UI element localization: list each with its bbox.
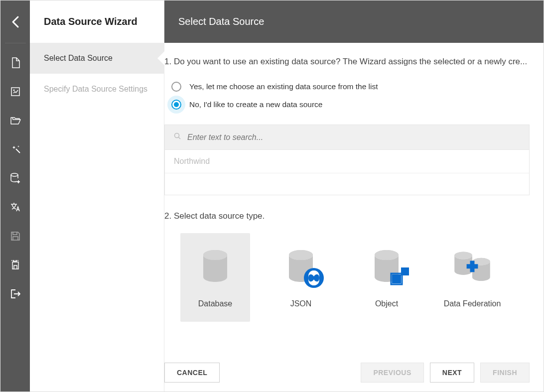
save-as-icon — [9, 259, 21, 271]
radio-use-existing[interactable]: Yes, let me choose an existing data sour… — [171, 78, 530, 96]
wizard-icon — [9, 86, 21, 98]
question-2: 2. Select data source type. — [164, 211, 530, 221]
icon-sidebar — [0, 0, 30, 392]
federation-icon — [453, 247, 492, 285]
search-input[interactable] — [187, 133, 520, 142]
database-plus-icon — [9, 172, 21, 184]
radio-label: Yes, let me choose an existing data sour… — [189, 82, 378, 91]
source-type-database[interactable]: Database — [180, 233, 250, 322]
new-via-wizard-button[interactable] — [0, 77, 30, 106]
document-icon — [9, 57, 21, 69]
svg-point-3 — [175, 133, 179, 138]
step-label: Select Data Source — [44, 54, 113, 63]
svg-point-17 — [472, 258, 490, 265]
add-data-source-button[interactable] — [0, 164, 30, 193]
radio-create-new[interactable]: No, I'd like to create a new data source — [171, 96, 530, 114]
svg-rect-13 — [401, 267, 409, 275]
exit-button[interactable] — [0, 279, 30, 308]
list-item[interactable]: Northwind — [165, 150, 529, 173]
main-content: Select Data Source 1. Do you want to use… — [164, 0, 544, 392]
svg-point-1 — [13, 90, 14, 91]
source-type-json[interactable]: JSON — [266, 233, 336, 322]
previous-button[interactable]: PREVIOUS — [361, 363, 423, 383]
magic-wand-icon — [9, 143, 21, 155]
wizard-title: Data Source Wizard — [30, 0, 164, 43]
localization-button[interactable] — [0, 193, 30, 222]
question-1: 1. Do you want to use an existing data s… — [164, 57, 530, 67]
database-icon — [196, 247, 235, 285]
svg-point-7 — [289, 250, 313, 260]
svg-point-2 — [11, 173, 18, 176]
footer: CANCEL PREVIOUS NEXT FINISH — [164, 354, 544, 392]
radio-group-existing: Yes, let me choose an existing data sour… — [171, 78, 530, 114]
source-type-federation[interactable]: Data Federation — [437, 233, 507, 322]
save-icon — [9, 230, 21, 242]
radio-icon — [171, 82, 181, 92]
back-button[interactable] — [0, 0, 30, 43]
svg-rect-12 — [392, 274, 401, 283]
source-types: Database JSON — [164, 233, 530, 322]
steps-panel: Data Source Wizard Select Data Source Sp… — [30, 0, 164, 392]
search-box — [164, 125, 530, 149]
main-body: 1. Do you want to use an existing data s… — [164, 43, 544, 354]
step-select-data-source[interactable]: Select Data Source — [30, 43, 164, 74]
exit-icon — [9, 288, 21, 300]
save-as-button[interactable] — [0, 251, 30, 279]
radio-label: No, I'd like to create a new data source — [189, 100, 322, 109]
step-specify-settings[interactable]: Specify Data Source Settings — [30, 74, 164, 105]
new-report-button[interactable] — [0, 48, 30, 77]
main-header: Select Data Source — [164, 0, 544, 43]
source-type-label: Object — [375, 299, 398, 308]
source-type-label: Database — [198, 299, 233, 308]
source-type-object[interactable]: Object — [352, 233, 421, 322]
source-type-label: Data Federation — [444, 299, 501, 308]
svg-point-15 — [454, 252, 472, 260]
json-icon — [281, 247, 320, 285]
finish-button[interactable]: FINISH — [480, 363, 530, 383]
next-button[interactable]: NEXT — [430, 363, 474, 383]
object-icon — [367, 247, 406, 285]
radio-icon — [171, 100, 181, 110]
folder-open-icon — [9, 115, 21, 127]
step-label: Specify Data Source Settings — [44, 85, 147, 94]
divider — [5, 43, 26, 43]
cancel-button[interactable]: CANCEL — [164, 363, 220, 383]
open-button[interactable] — [0, 106, 30, 135]
save-button[interactable] — [0, 222, 30, 251]
svg-point-10 — [375, 250, 399, 260]
source-type-label: JSON — [290, 299, 312, 308]
chevron-left-icon — [11, 15, 20, 29]
search-icon — [174, 132, 181, 142]
data-source-list: Northwind — [164, 149, 530, 195]
language-icon — [9, 201, 21, 213]
design-wizard-button[interactable] — [0, 135, 30, 164]
svg-point-5 — [203, 250, 227, 260]
